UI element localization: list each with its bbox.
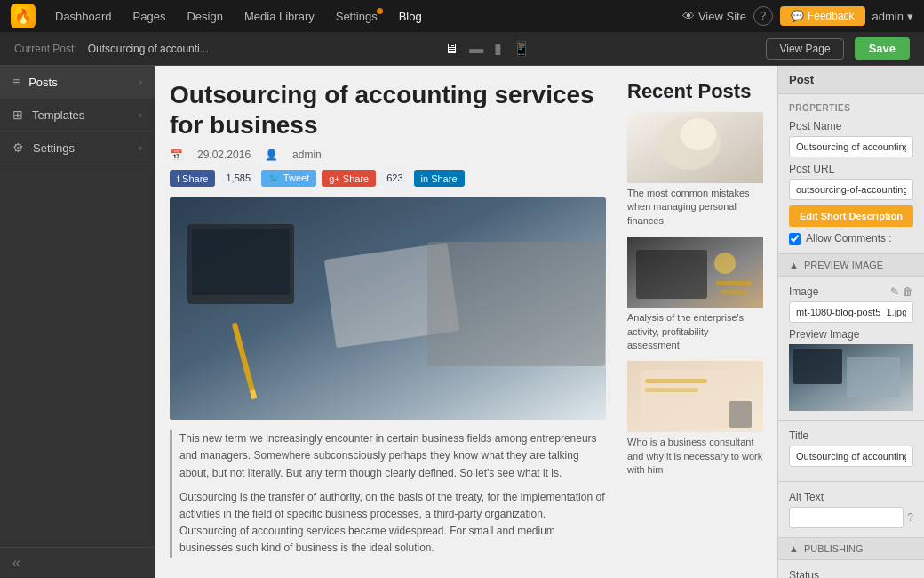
alt-text-section: Alt Text ? <box>778 482 924 538</box>
sidebar: ≡ Posts › ⊞ Templates › ⚙ Settings › <box>0 66 155 547</box>
facebook-share-button[interactable]: f Share <box>170 170 215 187</box>
mobile-icon[interactable]: 📱 <box>513 40 530 57</box>
collapse-arrow-icon: ▲ <box>789 260 799 270</box>
svg-rect-21 <box>793 349 842 384</box>
googleplus-share-button[interactable]: g+ Share <box>322 170 376 187</box>
nav-item-media-library[interactable]: Media Library <box>235 6 323 27</box>
chevron-down-icon: ▾ <box>907 10 913 23</box>
post-body-paragraph-1: This new term we increasingly encounter … <box>179 430 606 482</box>
svg-rect-2 <box>192 229 290 295</box>
publishing-collapse[interactable]: ▲ PUBLISHING <box>778 538 924 560</box>
feedback-icon: 💬 <box>791 10 804 22</box>
secondary-bar: Current Post: Outsourcing of accounti...… <box>0 32 924 66</box>
svg-rect-11 <box>636 250 707 299</box>
nav-item-blog[interactable]: Blog <box>390 6 431 27</box>
recent-posts-title: Recent Posts <box>627 80 763 103</box>
image-section: Image ✎ 🗑 Preview Image <box>778 277 924 421</box>
googleplus-count: 623 <box>381 170 408 187</box>
post-author: admin <box>292 149 322 161</box>
device-selector: 🖥 ▬ ▮ 📱 <box>444 40 530 57</box>
post-main-column: Outsourcing of accounting services for b… <box>170 80 606 565</box>
preview-image-thumbnail <box>789 344 913 411</box>
tablet-landscape-icon[interactable]: ▬ <box>469 41 483 57</box>
post-name-input[interactable] <box>789 136 913 157</box>
svg-rect-18 <box>645 388 698 392</box>
svg-rect-13 <box>716 281 752 285</box>
post-body: This new term we increasingly encounter … <box>170 430 606 557</box>
posts-icon: ≡ <box>12 75 20 89</box>
twitter-share-button[interactable]: 🐦 Tweet <box>261 170 316 187</box>
calendar-icon: 📅 <box>170 149 183 161</box>
svg-rect-22 <box>847 357 900 397</box>
post-body-paragraph-2: Outsourcing is the transfer of authority… <box>179 489 606 558</box>
logo: 🔥 <box>11 4 36 28</box>
sidebar-item-posts[interactable]: ≡ Posts › <box>0 66 155 99</box>
title-input[interactable] <box>789 446 913 467</box>
recent-post-desc-3: Who is a business consultant and why it … <box>627 436 763 477</box>
recent-post-desc-1: The most common mistakes when managing p… <box>627 187 763 228</box>
sidebar-item-templates[interactable]: ⊞ Templates › <box>0 99 155 132</box>
svg-rect-19 <box>729 401 752 428</box>
status-label: Status <box>789 569 913 578</box>
title-label: Title <box>789 429 913 442</box>
recent-post-item-1: The most common mistakes when managing p… <box>627 112 763 228</box>
alt-text-input[interactable] <box>789 507 904 528</box>
preview-image-collapse[interactable]: ▲ PREVIEW IMAGE <box>778 254 924 277</box>
post-date: 29.02.2016 <box>197 149 251 161</box>
nav-item-design[interactable]: Design <box>178 6 231 27</box>
right-panel: Post PROPERTIES Post Name Post URL Edit … <box>777 66 924 578</box>
sidebar-item-settings[interactable]: ⚙ Settings › <box>0 132 155 165</box>
alt-text-label: Alt Text <box>789 491 913 503</box>
post-url-input[interactable] <box>789 179 913 200</box>
current-post-label: Current Post: <box>14 43 77 55</box>
two-column-layout: Outsourcing of accounting services for b… <box>170 80 763 565</box>
top-navigation: 🔥 Dashboard Pages Design Media Library S… <box>0 0 924 32</box>
content-area: Outsourcing of accounting services for b… <box>155 66 777 578</box>
svg-point-12 <box>714 253 736 274</box>
recent-post-item-3: Who is a business consultant and why it … <box>627 361 763 477</box>
edit-image-icon[interactable]: ✎ <box>890 285 899 298</box>
facebook-count: 1,585 <box>220 170 256 187</box>
user-icon: 👤 <box>265 149 278 161</box>
chevron-right-icon-templates: › <box>139 110 142 120</box>
collapse-icon: « <box>12 555 20 570</box>
delete-image-icon[interactable]: 🗑 <box>903 285 913 298</box>
image-label-row: Image ✎ 🗑 <box>789 285 913 298</box>
post-featured-image <box>170 197 606 420</box>
view-page-button[interactable]: View Page <box>766 38 843 60</box>
save-button[interactable]: Save <box>855 37 910 60</box>
nav-item-pages[interactable]: Pages <box>124 6 175 27</box>
tablet-portrait-icon[interactable]: ▮ <box>494 40 502 57</box>
linkedin-share-button[interactable]: in Share <box>414 170 465 187</box>
panel-title: Post <box>778 66 924 94</box>
recent-post-image-1 <box>627 112 763 183</box>
current-post-name: Outsourcing of accounti... <box>88 43 209 55</box>
image-filename-input[interactable] <box>789 301 913 323</box>
templates-icon: ⊞ <box>12 108 23 122</box>
help-button[interactable]: ? <box>753 6 773 26</box>
sidebar-collapse-button[interactable]: « <box>0 547 155 578</box>
desktop-icon[interactable]: 🖥 <box>444 41 458 57</box>
chevron-right-icon: › <box>139 77 142 87</box>
svg-rect-4 <box>427 242 605 366</box>
allow-comments-checkbox[interactable] <box>789 233 801 245</box>
settings-notification-dot <box>377 8 383 14</box>
preview-image-label: Preview Image <box>789 328 913 341</box>
post-name-label: Post Name <box>789 120 913 132</box>
recent-posts-column: Recent Posts <box>617 80 763 565</box>
recent-post-image-3 <box>627 361 763 432</box>
post-title: Outsourcing of accounting services for b… <box>170 80 606 140</box>
recent-post-item-2: Analysis of the enterprise's activity, p… <box>627 237 763 352</box>
properties-section: PROPERTIES Post Name Post URL Edit Short… <box>778 94 924 254</box>
nav-item-settings[interactable]: Settings <box>327 6 386 27</box>
admin-menu-button[interactable]: admin ▾ <box>872 10 913 23</box>
edit-short-description-button[interactable]: Edit Short Description <box>789 205 913 227</box>
title-section: Title <box>778 421 924 482</box>
preview-image-section-label: PREVIEW IMAGE <box>804 260 883 270</box>
view-site-button[interactable]: 👁 View Site <box>682 9 746 23</box>
nav-item-dashboard[interactable]: Dashboard <box>46 6 121 27</box>
alt-text-help-icon[interactable]: ? <box>907 511 913 524</box>
svg-rect-14 <box>721 290 747 294</box>
nav-right-actions: 👁 View Site ? 💬 Feedback admin ▾ <box>682 6 913 26</box>
feedback-button[interactable]: 💬 Feedback <box>780 6 865 26</box>
